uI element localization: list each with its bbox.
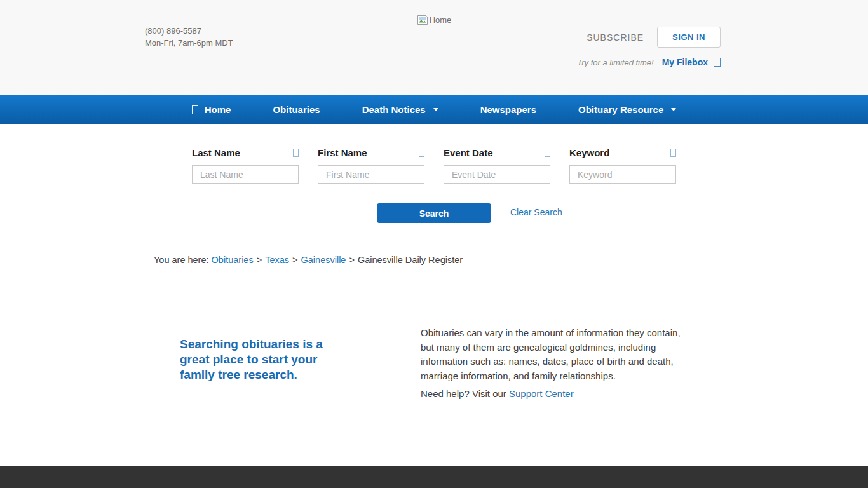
- last-name-label: Last Name: [192, 147, 240, 158]
- logo-alt-text: Home: [430, 15, 452, 25]
- main-nav: Home Obituaries Death Notices Newspapers…: [0, 95, 868, 124]
- breadcrumb-separator: >: [292, 255, 297, 265]
- support-center-link[interactable]: Support Center: [509, 388, 574, 399]
- help-icon[interactable]: [293, 149, 299, 157]
- event-date-label: Event Date: [444, 147, 493, 158]
- page: (800) 896-5587 Mon-Fri, 7am-6pm MDT Home…: [0, 0, 868, 488]
- nav-item-home[interactable]: Home: [171, 95, 252, 124]
- nav-item-newspapers[interactable]: Newspapers: [459, 95, 557, 124]
- nav-death-notices-label: Death Notices: [362, 104, 426, 115]
- breadcrumb: You are here: Obituaries>Texas>Gainesvil…: [72, 255, 796, 265]
- first-name-input[interactable]: [318, 165, 424, 184]
- caret-down-icon: [433, 108, 438, 111]
- search-section: Last Name First Name Event Date: [0, 124, 868, 223]
- promo-text: Try for a limited time!: [577, 58, 653, 67]
- nav-obituary-resource-label: Obituary Resource: [578, 104, 663, 115]
- header-account-area: SUBSCRIBE SIGN IN Try for a limited time…: [577, 27, 721, 67]
- search-button[interactable]: Search: [377, 203, 491, 223]
- keyword-field-group: Keyword: [569, 147, 676, 184]
- keyword-input[interactable]: [569, 165, 676, 184]
- nav-home-label: Home: [205, 104, 231, 115]
- header: (800) 896-5587 Mon-Fri, 7am-6pm MDT Home…: [0, 0, 868, 95]
- clear-search-link[interactable]: Clear Search: [510, 207, 562, 217]
- support-hours: Mon-Fri, 7am-6pm MDT: [145, 37, 233, 49]
- breadcrumb-link-obituaries[interactable]: Obituaries: [212, 255, 254, 265]
- sign-in-button[interactable]: SIGN IN: [657, 27, 721, 48]
- subscribe-link[interactable]: SUBSCRIBE: [587, 32, 644, 43]
- help-icon[interactable]: [419, 149, 424, 157]
- event-date-field-group: Event Date: [444, 147, 550, 184]
- filebox-icon: [714, 58, 721, 67]
- keyword-label: Keyword: [569, 147, 609, 158]
- first-name-label: First Name: [318, 147, 367, 158]
- last-name-input[interactable]: [192, 165, 299, 184]
- content-paragraph: Obituaries can vary in the amount of inf…: [421, 326, 682, 383]
- caret-down-icon: [671, 108, 676, 111]
- nav-newspapers-label: Newspapers: [480, 104, 536, 115]
- contact-info: (800) 896-5587 Mon-Fri, 7am-6pm MDT: [145, 25, 233, 49]
- content-heading: Searching obituaries is a great place to…: [180, 337, 339, 383]
- last-name-field-group: Last Name: [192, 147, 299, 184]
- my-filebox-link[interactable]: My Filebox: [662, 57, 721, 67]
- breadcrumb-current: Gainesville Daily Register: [358, 255, 463, 265]
- nav-obituaries-label: Obituaries: [273, 104, 320, 115]
- help-line: Need help? Visit our Support Center: [421, 388, 682, 399]
- footer: [0, 466, 868, 488]
- my-filebox-label: My Filebox: [662, 57, 708, 67]
- site-logo-link[interactable]: Home: [72, 15, 796, 25]
- event-date-input[interactable]: [444, 165, 550, 184]
- nav-item-obituaries[interactable]: Obituaries: [252, 95, 341, 124]
- broken-image-icon: [417, 15, 428, 25]
- home-icon: [192, 105, 198, 114]
- breadcrumb-separator: >: [257, 255, 262, 265]
- first-name-field-group: First Name: [318, 147, 424, 184]
- breadcrumb-link-gainesville[interactable]: Gainesville: [301, 255, 346, 265]
- help-icon[interactable]: [670, 149, 676, 157]
- breadcrumb-separator: >: [349, 255, 354, 265]
- nav-item-obituary-resource[interactable]: Obituary Resource: [557, 95, 697, 124]
- content-section: Searching obituaries is a great place to…: [72, 326, 796, 399]
- help-prefix: Need help? Visit our: [421, 388, 506, 399]
- help-icon[interactable]: [545, 149, 550, 157]
- breadcrumb-link-texas[interactable]: Texas: [265, 255, 289, 265]
- phone-number: (800) 896-5587: [145, 25, 233, 37]
- nav-item-death-notices[interactable]: Death Notices: [341, 95, 459, 124]
- breadcrumb-prefix: You are here:: [154, 255, 209, 265]
